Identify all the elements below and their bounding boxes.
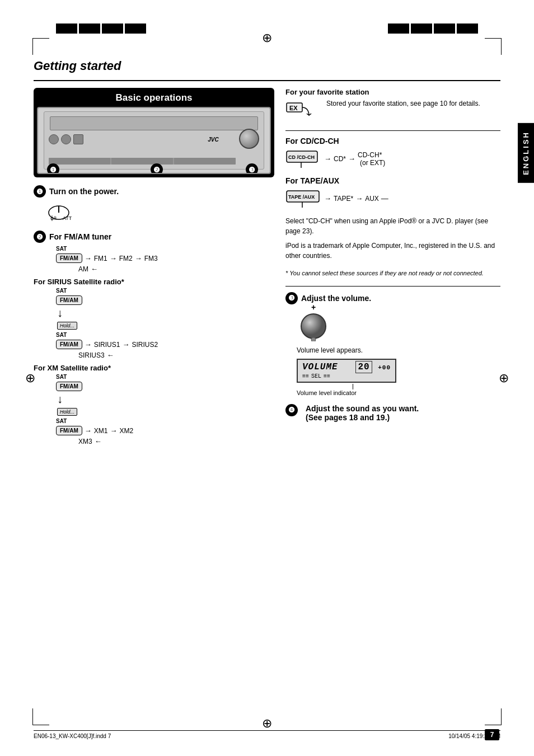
note-1: Select "CD-CH" when using an Apple iPod®…	[285, 216, 500, 236]
reg-mark-top: ⊕	[262, 31, 272, 45]
device-badge-2: ❷	[151, 163, 163, 174]
tape-aux-title: For TAPE/AUX	[285, 176, 500, 185]
xm-sat-1: SAT	[56, 374, 274, 380]
vol-eq-row: ≡≡ SEL ≡≡	[302, 373, 391, 379]
crop-mark-bl-h	[32, 725, 49, 725]
divider-2	[285, 286, 500, 287]
sirius-fmam-btn: FM/AM	[56, 295, 82, 305]
vol-display-text: VOLUME 20 +00	[302, 362, 391, 372]
basic-ops-box: Basic operations JVC	[34, 88, 274, 177]
vol-indicator-area: Volume level indicator	[297, 384, 500, 396]
tape-aux-section: For TAPE/AUX TAPE /AUX → TAPE* → AUX —	[285, 176, 500, 208]
ex-button-diagram: EX	[285, 98, 316, 121]
xm-fmam-btn2: FM/AM	[56, 426, 82, 435]
bottom-bar: EN06-13_KW-XC400[J]f.indd 7 10/14/05 4:1…	[34, 730, 500, 739]
sirius-fmam-btn2: FM/AM	[56, 340, 82, 349]
device-face: JVC ❶ ❷ ❸	[44, 111, 264, 170]
xm-flow-row2: XM3 ←	[78, 437, 274, 445]
right-column: For your favorite station EX Stored your…	[285, 88, 500, 453]
fm2-label: FM2	[119, 255, 133, 262]
xm-title: For XM Satellite radio*	[34, 364, 274, 372]
english-tab: ENGLISH	[518, 123, 534, 183]
bottom-left-text: EN06-13_KW-XC400[J]f.indd 7	[34, 733, 111, 739]
aux-label: AUX	[365, 195, 379, 203]
sirius-sat-1: SAT	[56, 288, 274, 294]
plus-sign: +	[311, 303, 316, 312]
vol-knob-svg	[297, 311, 330, 341]
tape-aux-flow: TAPE /AUX → TAPE* → AUX —	[285, 189, 500, 208]
title-divider	[34, 80, 500, 81]
xm-sat-2: SAT	[56, 418, 274, 424]
left-column: Basic operations JVC	[34, 88, 274, 453]
am-label: AM	[78, 265, 88, 273]
power-button-icon: ϕ/I ATT	[45, 200, 73, 223]
sirius-btn-row: FM/AM	[56, 295, 274, 305]
eq-icon: ≡≡	[302, 373, 309, 379]
step3-section: ❸ Adjust the volume. +	[285, 292, 500, 396]
step4-section: ❹ Adjust the sound as you want. (See pag…	[285, 404, 500, 422]
footnote-text: * You cannot select these sources if the…	[285, 269, 500, 278]
vol-indicator-label: Volume level indicator	[297, 389, 500, 396]
device-badge-1: ❶	[47, 163, 59, 174]
device-buttons-left	[49, 134, 83, 144]
step1-header: ❶ Turn on the power.	[34, 185, 274, 198]
xm-fmam-btn: FM/AM	[56, 382, 82, 391]
sat-label-1: SAT	[56, 246, 274, 252]
step4-content: Adjust the sound as you want. (See pages…	[306, 404, 419, 422]
fm1-label: FM1	[94, 255, 107, 262]
step2-circle: ❷	[34, 231, 46, 243]
device-bottom-buttons	[49, 158, 235, 165]
crop-mark-tr-h	[485, 38, 502, 39]
cd-star: CD*	[334, 155, 346, 163]
step2-section: ❷ For FM/AM tuner SAT FM/AM → FM1 → FM2 …	[34, 231, 274, 445]
note-2: iPod is a trademark of Apple Computer, I…	[285, 241, 500, 261]
two-column-layout: Basic operations JVC	[34, 88, 500, 453]
main-content: Getting started Basic operations	[34, 59, 500, 722]
step2-fmam-title: For FM/AM tuner	[49, 232, 111, 241]
basic-ops-title: Basic operations	[37, 90, 271, 107]
xm-hold: Hold...	[57, 407, 274, 416]
step3-circle: ❸	[285, 292, 298, 304]
sirius-hold: Hold...	[57, 321, 274, 330]
step2-fmam-content: SAT FM/AM → FM1 → FM2 → FM3 AM ←	[45, 246, 274, 273]
svg-text:CD /CD-CH: CD /CD-CH	[288, 154, 315, 160]
crop-mark-bl-v	[32, 708, 33, 725]
step1-circle: ❶	[34, 185, 46, 198]
eq-icon2: ≡≡	[324, 373, 330, 379]
cd-ch-star: CD-CH*(or EXT)	[358, 151, 385, 167]
fmam-flow-row2: AM ←	[78, 265, 274, 273]
jvc-label: JVC	[208, 137, 218, 143]
vol-display: VOLUME 20 +00 ≡≡ SEL ≡≡	[297, 359, 396, 383]
hold-btn-xm: Hold...	[57, 408, 77, 416]
svg-text:EX: EX	[289, 105, 298, 111]
device-image: JVC ❶ ❷ ❸	[37, 107, 271, 174]
favorite-station-section: For your favorite station EX Stored your…	[285, 88, 500, 123]
notes-section: Select "CD-CH" when using an Apple iPod®…	[285, 216, 500, 261]
vol-level-appears: Volume level appears.	[297, 346, 500, 354]
svg-text:ϕ/I: ϕ/I	[50, 215, 57, 221]
arrow-fmam: →	[85, 254, 92, 262]
tape-star: TAPE*	[334, 195, 353, 203]
page-title: Getting started	[34, 59, 500, 73]
footnote-section: * You cannot select these sources if the…	[285, 269, 500, 278]
sirius-content: SAT FM/AM ↓ Hold... SAT FM/AM → SIRIUS1 …	[45, 288, 274, 359]
svg-text:ATT: ATT	[63, 215, 72, 221]
top-bars-right	[388, 24, 478, 34]
vol-knob-device	[239, 129, 259, 149]
fav-bullet: Stored your favorite station, see page 1…	[326, 98, 480, 109]
svg-point-11	[311, 337, 316, 341]
step4-circle: ❹	[285, 404, 298, 416]
indicator-line	[353, 384, 500, 389]
svg-point-10	[301, 314, 326, 339]
vol-knob-area: +	[297, 311, 330, 343]
device-screen	[50, 116, 257, 130]
cd-ch-btn-diagram: CD /CD-CH	[285, 149, 322, 168]
xm2-label: XM2	[119, 427, 133, 435]
fav-title: For your favorite station	[285, 88, 500, 96]
xm1-label: XM1	[94, 427, 108, 435]
device-badge-3: ❸	[246, 163, 258, 174]
arrow-fm1-2: →	[110, 254, 117, 262]
cd-ch-flow: CD /CD-CH → CD* → CD-CH*(or EXT)	[285, 149, 500, 168]
step3-title: Adjust the volume.	[301, 294, 371, 303]
fav-content: EX Stored your favorite station, see pag…	[285, 98, 500, 123]
